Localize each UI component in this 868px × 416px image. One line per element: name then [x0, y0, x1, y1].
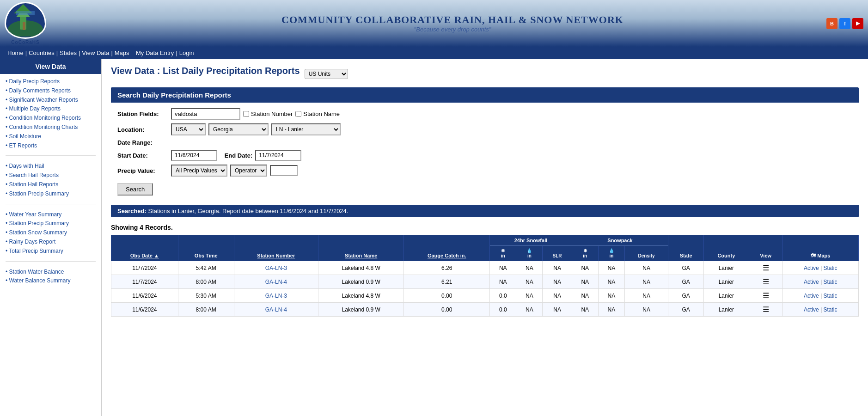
station-name-checkbox[interactable] — [295, 111, 301, 117]
sidebar-item-significant-weather[interactable]: Significant Weather Reports — [6, 96, 96, 104]
main-layout: View Data Daily Precip Reports Daily Com… — [0, 59, 868, 416]
sidebar-item-total-precip[interactable]: Total Precip Summary — [6, 247, 96, 255]
active-link[interactable]: Active — [804, 279, 819, 285]
static-link[interactable]: Static — [824, 279, 837, 285]
start-date-input[interactable] — [171, 150, 217, 161]
table-row: 11/7/20245:42 AMGA-LN-3Lakeland 4.8 W6.2… — [111, 261, 859, 275]
static-link[interactable]: Static — [824, 265, 837, 271]
operator-select[interactable]: Operator > < = — [230, 165, 267, 177]
start-date-label: Start Date: — [117, 152, 168, 159]
col-snowfall-header: 24hr Snowfall — [490, 235, 572, 246]
sidebar-item-station-precip-summary[interactable]: Station Precip Summary — [6, 190, 96, 198]
maps-icon: 🗺 — [811, 253, 816, 258]
county-select[interactable]: LN - Lanier All Counties — [271, 123, 341, 135]
data-table: Obs Date ▲ Obs Time Station Number Stati… — [111, 235, 859, 317]
table-row: 11/6/20248:00 AMGA-LN-4Lakeland 0.9 W0.0… — [111, 303, 859, 317]
drop-icon-1: 💧 — [526, 248, 532, 253]
sidebar-item-search-hail[interactable]: Search Hail Reports — [6, 171, 96, 179]
nav-maps[interactable]: Maps — [115, 49, 129, 56]
nav-view-data[interactable]: View Data — [82, 49, 109, 56]
nav-countries[interactable]: Countries — [29, 49, 55, 56]
state-select[interactable]: Georgia Alabama Florida — [208, 123, 269, 135]
nav-login[interactable]: Login — [179, 49, 194, 56]
site-title: Community Collaborative Rain, Hail & Sno… — [79, 14, 826, 26]
search-button-row: Search — [117, 180, 852, 196]
header-title: Community Collaborative Rain, Hail & Sno… — [79, 14, 826, 33]
station-number-checkbox-label[interactable]: Station Number — [243, 110, 293, 117]
sidebar-item-daily-comments[interactable]: Daily Comments Reports — [6, 87, 96, 95]
col-obs-time: Obs Time — [178, 235, 234, 261]
date-row: Start Date: End Date: — [117, 150, 852, 161]
facebook-icon[interactable]: f — [839, 18, 850, 29]
col-view: View — [749, 235, 782, 261]
sidebar-section-balance: Station Water Balance Water Balance Summ… — [0, 264, 101, 288]
sidebar-item-rainy-days[interactable]: Rainy Days Report — [6, 238, 96, 246]
view-list-icon[interactable]: ☰ — [763, 306, 769, 313]
col-slr: SLR — [543, 246, 572, 261]
sidebar-item-water-year[interactable]: Water Year Summary — [6, 211, 96, 219]
active-link[interactable]: Active — [804, 265, 819, 271]
static-link[interactable]: Static — [824, 306, 837, 313]
youtube-icon[interactable]: ▶ — [852, 18, 863, 29]
sidebar-item-condition-monitoring[interactable]: Condition Monitoring Reports — [6, 114, 96, 122]
social-icons: B f ▶ — [826, 18, 863, 29]
svg-rect-4 — [23, 22, 25, 30]
sidebar-item-days-hail[interactable]: Days with Hail — [6, 162, 96, 170]
end-date-input[interactable] — [255, 150, 301, 161]
col-snowpack-drop: 💧 in — [598, 246, 624, 261]
country-select[interactable]: USA Canada — [171, 123, 206, 135]
sidebar-item-soil-moisture[interactable]: Soil Moisture — [6, 133, 96, 141]
end-date-label: End Date: — [225, 152, 253, 159]
blog-icon[interactable]: B — [826, 18, 837, 29]
col-obs-date[interactable]: Obs Date ▲ — [111, 235, 178, 261]
view-list-icon[interactable]: ☰ — [763, 278, 769, 286]
station-fields-input[interactable] — [171, 108, 240, 120]
sidebar-item-station-precip-summary-2[interactable]: Station Precip Summary — [6, 220, 96, 227]
col-density: Density — [624, 246, 668, 261]
nav-states[interactable]: States — [60, 49, 77, 56]
sidebar-section-water: Water Year Summary Station Precip Summar… — [0, 207, 101, 258]
site-tagline: "Because every drop counts" — [79, 26, 826, 33]
nav-my-data-entry[interactable]: My Data Entry — [136, 49, 174, 56]
sidebar-header: View Data — [0, 59, 101, 74]
sidebar-item-condition-charts[interactable]: Condition Monitoring Charts — [6, 123, 96, 131]
search-panel: Search Daily Precipitation Reports Stati… — [111, 87, 859, 217]
col-station-name[interactable]: Station Name — [318, 235, 404, 261]
col-maps: 🗺 Maps — [782, 235, 858, 261]
station-name-checkbox-label[interactable]: Station Name — [295, 110, 340, 117]
table-row: 11/7/20248:00 AMGA-LN-4Lakeland 0.9 W6.2… — [111, 275, 859, 289]
logo-area: CoCoRaHS — [5, 2, 79, 45]
station-number-checkbox[interactable] — [243, 111, 249, 117]
searched-result-text: Stations in Lanier, Georgia. Report date… — [148, 208, 348, 214]
active-link[interactable]: Active — [804, 293, 819, 299]
sidebar-item-station-water-balance[interactable]: Station Water Balance — [6, 268, 96, 276]
col-county: County — [703, 235, 749, 261]
precip-value-select[interactable]: All Precip Values >= 0.00 > 0.00 — [171, 165, 227, 177]
location-label: Location: — [117, 126, 168, 133]
static-link[interactable]: Static — [824, 293, 837, 299]
snowflake-icon-2: ❄ — [583, 248, 587, 253]
sidebar-section-1: Daily Precip Reports Daily Comments Repo… — [0, 74, 101, 153]
svg-rect-5 — [16, 11, 35, 15]
col-gauge-catch[interactable]: Gauge Catch in. — [404, 235, 490, 261]
units-select[interactable]: US Units Metric Units — [305, 69, 348, 79]
sidebar-item-station-snow[interactable]: Station Snow Summary — [6, 229, 96, 237]
sidebar-item-station-hail[interactable]: Station Hail Reports — [6, 181, 96, 189]
sidebar-item-daily-precip[interactable]: Daily Precip Reports — [6, 78, 96, 86]
sidebar-item-water-balance-summary[interactable]: Water Balance Summary — [6, 277, 96, 285]
operator-value-input[interactable] — [270, 165, 298, 176]
sidebar-item-et-reports[interactable]: ET Reports — [6, 142, 96, 150]
col-snowfall-drop: 💧 in — [516, 246, 543, 261]
precip-row: Precip Value: All Precip Values >= 0.00 … — [117, 165, 852, 177]
col-station-number[interactable]: Station Number — [234, 235, 318, 261]
active-link[interactable]: Active — [804, 306, 819, 313]
view-list-icon[interactable]: ☰ — [763, 292, 769, 300]
view-list-icon[interactable]: ☰ — [763, 264, 769, 272]
col-snowfall-snowflake: ❄ in — [490, 246, 516, 261]
sidebar-item-multiple-day[interactable]: Multiple Day Reports — [6, 105, 96, 113]
nav-home[interactable]: Home — [7, 49, 24, 56]
precip-value-label: Precip Value: — [117, 167, 168, 174]
date-range-label: Date Range: — [117, 139, 168, 146]
search-button[interactable]: Search — [117, 183, 153, 196]
logo-text: CoCoRaHS — [11, 40, 39, 45]
